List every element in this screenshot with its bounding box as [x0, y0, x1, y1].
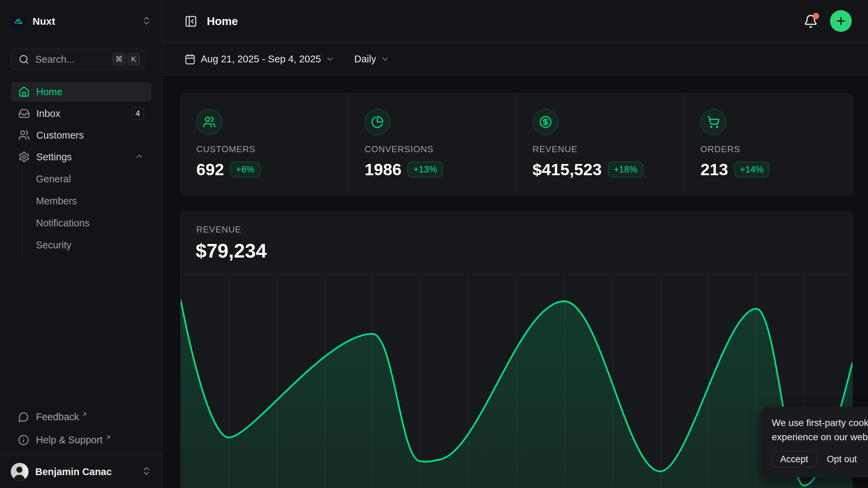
stat-label: CUSTOMERS [196, 144, 349, 155]
stat-label: REVENUE [533, 144, 685, 155]
subitem-label: Members [36, 196, 77, 207]
sidebar-subitem-security[interactable]: Security [23, 234, 152, 256]
granularity-select[interactable]: Daily [354, 54, 390, 65]
search-input[interactable]: Search... ⌘ K [11, 49, 144, 70]
sidebar-footer: Feedback Help & Support [11, 402, 152, 448]
kbd-k: K [127, 53, 140, 66]
home-icon [18, 86, 30, 98]
chevrons-up-down-icon [141, 466, 152, 477]
stat-revenue[interactable]: REVENUE $415,523 +18% [517, 94, 685, 195]
sidebar: Nuxt Search... ⌘ K Home [0, 0, 163, 488]
sidebar-item-settings[interactable]: Settings [11, 147, 152, 167]
revenue-chart-value: $79,234 [196, 239, 267, 262]
user-menu[interactable]: Benjamin Canac [0, 455, 162, 488]
stat-customers[interactable]: CUSTOMERS 692 +6% [181, 94, 349, 195]
stat-value: 213 [701, 160, 728, 179]
stats-card: CUSTOMERS 692 +6% CONVERSIONS 1986 +13% [180, 93, 853, 196]
users-icon [18, 129, 30, 141]
sidebar-item-label: Inbox [36, 108, 60, 119]
info-circle-icon [18, 434, 29, 446]
notifications-bell-icon[interactable] [804, 14, 818, 28]
add-button[interactable] [830, 10, 852, 32]
collapse-sidebar-icon[interactable] [184, 15, 197, 28]
revenue-chart-label: REVENUE [196, 224, 241, 235]
inbox-icon [18, 108, 30, 119]
stat-value: 1986 [364, 160, 401, 179]
sidebar-item-inbox[interactable]: Inbox 4 [11, 104, 152, 123]
workspace-name: Nuxt [33, 16, 55, 27]
user-name: Benjamin Canac [35, 466, 112, 477]
workspace-switcher[interactable]: Nuxt [11, 14, 152, 29]
inbox-count-badge: 4 [132, 107, 144, 120]
revenue-chart-card: REVENUE $79,234 [180, 212, 853, 488]
search-icon [19, 54, 29, 65]
chevron-up-icon [135, 151, 144, 162]
avatar [11, 463, 28, 481]
external-link-icon [105, 434, 112, 441]
help-support-link[interactable]: Help & Support [11, 432, 152, 448]
sidebar-item-label: Settings [36, 151, 72, 163]
search-placeholder: Search... [35, 54, 113, 65]
kbd-cmd: ⌘ [113, 53, 125, 66]
subitem-label: Notifications [36, 218, 90, 229]
accept-button[interactable]: Accept [772, 451, 817, 467]
message-bubble-icon [18, 411, 29, 423]
sidebar-subitem-members[interactable]: Members [23, 190, 152, 212]
stat-conversions[interactable]: CONVERSIONS 1986 +13% [349, 94, 516, 195]
stat-value: 692 [196, 160, 224, 179]
page-header: Home [163, 0, 868, 43]
sidebar-item-home[interactable]: Home [11, 82, 152, 102]
users-icon [196, 109, 222, 135]
feedback-link[interactable]: Feedback [11, 409, 152, 425]
plus-icon [835, 15, 847, 27]
sidebar-item-label: Customers [36, 130, 84, 141]
main-area: Home Aug 21, 2025 - Sep 4, 2025 [163, 0, 868, 488]
sidebar-nav: Home Inbox 4 Customers Setting [11, 82, 152, 167]
sidebar-subitem-notifications[interactable]: Notifications [23, 212, 152, 234]
notification-dot [813, 13, 819, 19]
gear-icon [18, 151, 30, 163]
settings-subnav: General Members Notifications Security [22, 168, 152, 256]
revenue-chart[interactable] [181, 274, 852, 488]
chevrons-up-down-icon [141, 16, 152, 27]
page-title: Home [207, 15, 238, 28]
nuxt-logo-icon [11, 14, 26, 29]
stat-orders[interactable]: ORDERS 213 +14% [685, 94, 852, 195]
external-link-icon [81, 411, 88, 418]
stat-value: $415,523 [533, 160, 602, 179]
sidebar-item-customers[interactable]: Customers [11, 125, 152, 145]
cookie-banner: We use first-party cookies to enhance yo… [761, 407, 868, 477]
stat-delta-badge: +13% [408, 162, 443, 177]
stat-label: ORDERS [701, 144, 852, 155]
subitem-label: Security [36, 240, 72, 251]
stat-label: CONVERSIONS [364, 144, 516, 155]
cookie-message-line2: experience on our website. [772, 430, 868, 444]
help-support-label: Help & Support [36, 434, 103, 446]
sidebar-subitem-general[interactable]: General [23, 168, 152, 190]
granularity-value: Daily [354, 54, 376, 65]
stat-delta-badge: +14% [734, 162, 770, 177]
stat-delta-badge: +6% [230, 162, 260, 177]
stat-delta-badge: +18% [608, 162, 643, 177]
cookie-message-line1: We use first-party cookies to enhance yo… [772, 416, 868, 430]
opt-out-button[interactable]: Opt out [827, 454, 857, 465]
dollar-circle-icon [533, 109, 558, 135]
feedback-label: Feedback [36, 411, 79, 423]
filters-toolbar: Aug 21, 2025 - Sep 4, 2025 Daily [163, 43, 868, 76]
chevron-down-icon [380, 55, 390, 64]
calendar-icon [184, 54, 196, 65]
date-range-value: Aug 21, 2025 - Sep 4, 2025 [201, 54, 321, 65]
pie-chart-icon [364, 109, 390, 135]
date-range-picker[interactable]: Aug 21, 2025 - Sep 4, 2025 [184, 54, 335, 65]
sidebar-item-label: Home [36, 86, 62, 98]
chevron-down-icon [326, 55, 335, 64]
shopping-cart-icon [701, 109, 726, 135]
subitem-label: General [36, 174, 71, 185]
app-root: Nuxt Search... ⌘ K Home [0, 0, 868, 488]
